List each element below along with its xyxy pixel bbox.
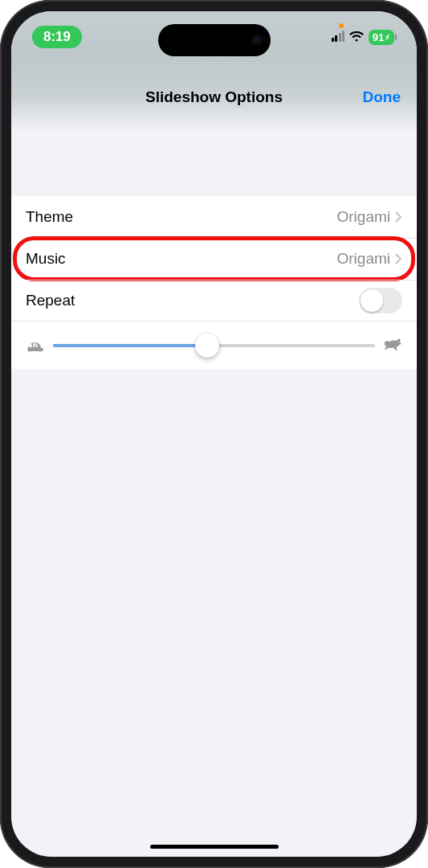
speed-slider[interactable]	[53, 344, 375, 347]
battery-percent: 91	[373, 31, 384, 43]
music-value: Origami	[336, 250, 390, 268]
chevron-right-icon	[395, 211, 402, 223]
content: Theme Origami Music Origami Repeat	[11, 196, 417, 369]
slider-thumb[interactable]	[195, 334, 219, 358]
battery-icon: 91⚡︎	[369, 30, 394, 45]
status-right: 91⚡︎	[332, 30, 395, 45]
phone-frame: 8:19 91⚡︎ Slideshow Options Done	[0, 0, 428, 868]
theme-label: Theme	[26, 208, 73, 226]
home-indicator[interactable]	[150, 845, 279, 849]
slider-fill	[53, 344, 207, 347]
done-button[interactable]: Done	[363, 88, 402, 106]
wifi-icon	[349, 31, 364, 43]
dynamic-island	[158, 24, 271, 56]
repeat-label: Repeat	[26, 292, 75, 309]
theme-row[interactable]: Theme Origami	[11, 196, 417, 238]
repeat-toggle[interactable]	[359, 288, 402, 313]
front-camera	[251, 35, 263, 46]
charging-icon: ⚡︎	[385, 33, 390, 42]
repeat-trailing	[359, 288, 402, 313]
turtle-icon	[26, 338, 45, 354]
music-label: Music	[26, 250, 66, 268]
music-trailing: Origami	[336, 250, 402, 268]
theme-value: Origami	[336, 208, 390, 226]
speed-slider-row	[11, 321, 417, 369]
mic-indicator-dot	[339, 23, 344, 28]
cellular-icon	[332, 32, 345, 42]
settings-list: Theme Origami Music Origami Repeat	[11, 196, 417, 369]
repeat-row: Repeat	[11, 280, 417, 321]
theme-trailing: Origami	[336, 208, 402, 226]
status-time-pill[interactable]: 8:19	[32, 26, 82, 48]
nav-bar: Slideshow Options Done	[11, 59, 417, 132]
rabbit-icon	[383, 338, 402, 354]
screen: 8:19 91⚡︎ Slideshow Options Done	[11, 11, 417, 857]
chevron-right-icon	[395, 253, 402, 264]
page-title: Slideshow Options	[145, 88, 283, 106]
music-row[interactable]: Music Origami	[11, 238, 417, 280]
toggle-knob	[361, 289, 383, 312]
